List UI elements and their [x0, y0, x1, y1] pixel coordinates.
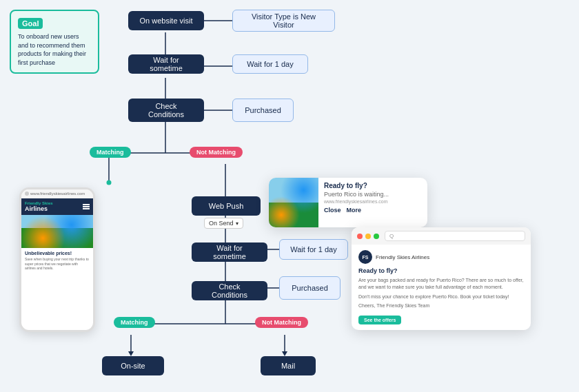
- email-mockup: Q FS Friendly Skies Airlines Ready to fl…: [352, 227, 531, 330]
- notification-popup: Ready to fly? Puerto Rico is waiting... …: [269, 178, 427, 227]
- node-check-conditions-2: Check Conditions: [192, 281, 267, 300]
- node-visitor-type: Visitor Type is New Visitor: [232, 10, 335, 32]
- dot-red-icon: [357, 234, 363, 239]
- notif-more-button[interactable]: More: [347, 207, 362, 214]
- email-subject: Ready to fly?: [358, 267, 524, 274]
- node-wait-sometime-1: Wait for sometime: [128, 54, 204, 74]
- email-avatar: FS: [358, 250, 372, 264]
- email-cta-button[interactable]: See the offers: [358, 316, 401, 324]
- email-para-2: Don't miss your chance to explore Puerto…: [358, 293, 524, 300]
- phone-address-bar: www.friendlyskiesairlines.com: [21, 189, 93, 198]
- email-body: FS Friendly Skies Airlines Ready to fly?…: [352, 245, 531, 330]
- node-mail: Mail: [261, 356, 316, 375]
- email-topbar: Q: [352, 227, 531, 245]
- notif-subtitle: Puerto Rico is waiting...: [324, 191, 422, 198]
- phone-mockup: www.friendlyskiesairlines.com Friendly S…: [19, 187, 95, 332]
- node-webpush: Web Push: [192, 196, 261, 216]
- goal-label: Goal: [18, 18, 43, 29]
- node-on-site: On-site: [102, 356, 164, 375]
- dot-green-icon: [374, 234, 379, 239]
- hamburger-icon: [83, 204, 90, 209]
- email-sign: Cheers, The Friendly Skies Team: [358, 302, 524, 309]
- svg-point-35: [107, 180, 112, 185]
- notif-url: www.friendlyskiesairlines.com: [324, 199, 422, 204]
- badge-not-matching-1: Not Matching: [190, 147, 243, 158]
- node-website-visit: On website visit: [128, 11, 204, 30]
- node-purchased-2: Purchased: [279, 276, 341, 300]
- notif-title: Ready to fly?: [324, 182, 422, 189]
- phone-header: Friendly Skies Airlines: [21, 198, 93, 215]
- notif-actions: Close More: [324, 207, 422, 214]
- notif-image: [269, 178, 318, 227]
- email-from-text: Friendly Skies Airlines: [376, 254, 429, 260]
- node-wait-1day-1: Wait for 1 day: [232, 54, 308, 74]
- node-wait-1day-2: Wait for 1 day: [279, 239, 348, 260]
- phone-promo-title: Unbelievable prices!: [25, 251, 90, 256]
- email-para-1: Are your bags packed and ready for Puert…: [358, 277, 524, 291]
- goal-box: Goal To onboard new users and to recomme…: [10, 10, 99, 74]
- phone-hero-image: [21, 215, 93, 248]
- email-search[interactable]: Q: [385, 231, 525, 241]
- badge-matching-2: Matching: [114, 317, 155, 328]
- svg-marker-33: [282, 351, 287, 356]
- email-from-row: FS Friendly Skies Airlines: [358, 250, 524, 264]
- phone-hero: [21, 215, 93, 248]
- notif-image-inner: [269, 178, 318, 227]
- svg-marker-31: [128, 351, 134, 356]
- phone-content: Unbelievable prices! Save when buying yo…: [21, 248, 93, 274]
- notif-content: Ready to fly? Puerto Rico is waiting... …: [318, 178, 427, 227]
- badge-matching-1: Matching: [90, 147, 131, 158]
- phone-brand: Friendly Skies Airlines: [25, 201, 53, 212]
- node-check-conditions-1: Check Conditions: [128, 99, 204, 122]
- dot-yellow-icon: [365, 234, 371, 239]
- node-purchased-1: Purchased: [232, 99, 294, 122]
- goal-text: To onboard new users and to recommend th…: [18, 32, 91, 67]
- on-send-badge[interactable]: On Send: [204, 218, 243, 229]
- notif-close-button[interactable]: Close: [324, 207, 341, 214]
- badge-not-matching-2: Not Matching: [255, 317, 308, 328]
- node-wait-sometime-2: Wait for sometime: [192, 243, 267, 262]
- phone-promo-text: Save when buying your next trip thanks t…: [25, 257, 90, 271]
